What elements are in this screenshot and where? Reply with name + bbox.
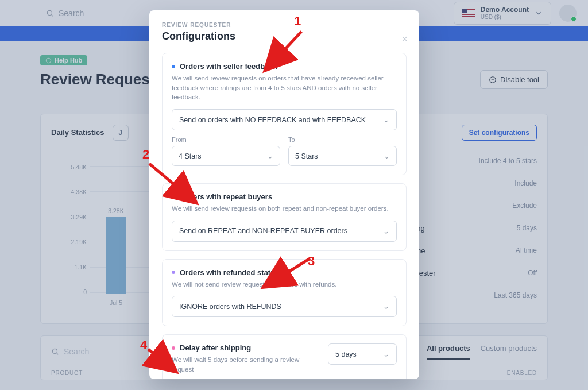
select-value: 4 Stars — [179, 152, 202, 160]
chevron-down-icon: ⌄ — [383, 302, 389, 311]
section-seller-feedback: Orders with seller feedback We will send… — [162, 53, 407, 175]
dot-icon — [172, 271, 175, 274]
section-delay-shipping: Delay after shipping We will wait 5 days… — [162, 334, 407, 379]
section-title: Delay after shipping — [180, 343, 251, 352]
configurations-modal: REVIEW REQUESTER Configurations × Orders… — [149, 10, 419, 379]
section-repeat-buyers: Orders with repeat buyers We will send r… — [162, 183, 407, 251]
delay-days-select[interactable]: 5 days⌄ — [328, 343, 397, 365]
section-desc: We will not send review requests on orde… — [172, 280, 397, 289]
chevron-down-icon: ⌄ — [267, 152, 273, 160]
select-value: 5 Stars — [295, 152, 318, 160]
section-desc: We will send review requests on both rep… — [172, 204, 397, 214]
select-value: Send on REPEAT and NON-REPEAT BUYER orde… — [179, 227, 347, 235]
chevron-down-icon: ⌄ — [384, 152, 390, 160]
dot-icon — [172, 195, 175, 199]
feedback-mode-select[interactable]: Send on orders with NO FEEDBACK and with… — [172, 109, 397, 130]
modal-eyebrow: REVIEW REQUESTER — [162, 22, 407, 28]
section-desc: We will send review requests on orders t… — [172, 74, 397, 102]
section-refunded: Orders with refunded status We will not … — [162, 259, 407, 327]
from-label: From — [172, 136, 280, 143]
section-title: Orders with refunded status — [180, 268, 279, 277]
chevron-down-icon: ⌄ — [383, 115, 389, 124]
repeat-buyers-select[interactable]: Send on REPEAT and NON-REPEAT BUYER orde… — [172, 221, 397, 242]
chevron-down-icon: ⌄ — [383, 227, 389, 235]
select-value: 5 days — [335, 350, 357, 358]
to-stars-select[interactable]: 5 Stars⌄ — [288, 146, 397, 166]
from-stars-select[interactable]: 4 Stars⌄ — [172, 146, 280, 166]
section-title: Orders with repeat buyers — [180, 192, 272, 201]
close-icon[interactable]: × — [401, 33, 408, 45]
section-title: Orders with seller feedback — [180, 62, 277, 71]
to-label: To — [288, 136, 397, 143]
chevron-down-icon: ⌄ — [383, 350, 389, 358]
dot-icon — [172, 346, 175, 350]
dot-icon — [172, 65, 175, 68]
select-value: Send on orders with NO FEEDBACK and with… — [179, 116, 366, 124]
select-value: IGNORE orders with REFUNDS — [179, 303, 281, 311]
refunded-select[interactable]: IGNORE orders with REFUNDS⌄ — [172, 296, 397, 317]
modal-title: Configurations — [162, 30, 407, 43]
section-desc: We will wait 5 days before sending a rev… — [172, 355, 321, 374]
